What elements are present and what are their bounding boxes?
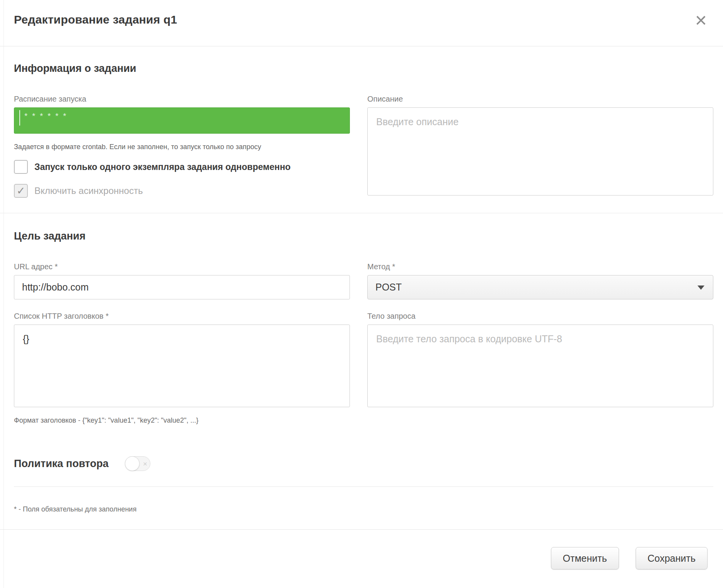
task-target-left-column: URL адрес * Список HTTP заголовков * {} … — [14, 262, 350, 425]
checkmark-icon: ✓ — [17, 186, 26, 196]
edit-task-modal: Редактирование задания q1 × Информация о… — [0, 0, 723, 588]
task-target-grid: URL адрес * Список HTTP заголовков * {} … — [14, 262, 713, 425]
schedule-label: Расписание запуска — [14, 94, 350, 104]
required-fields-note: * - Поля обязательны для заполнения — [0, 487, 723, 530]
body-label: Тело запроса — [367, 311, 713, 321]
description-label: Описание — [367, 94, 713, 104]
body-textarea[interactable] — [367, 325, 713, 407]
url-label: URL адрес * — [14, 262, 350, 272]
task-info-left-column: Расписание запуска Задается в формате cr… — [14, 94, 350, 198]
close-icon[interactable]: × — [695, 12, 707, 28]
toggle-knob — [125, 456, 140, 471]
save-button[interactable]: Сохранить — [636, 547, 708, 569]
retry-policy-section: Политика повтора × — [14, 456, 713, 487]
retry-policy-heading: Политика повтора — [14, 458, 109, 470]
task-info-section: Информация о задании Расписание запуска … — [0, 46, 723, 213]
headers-field-block: Список HTTP заголовков * {} Формат загол… — [14, 311, 350, 425]
modal-footer: Отменить Сохранить — [0, 530, 723, 569]
schedule-help-text: Задается в формате crontab. Если не запо… — [14, 142, 350, 151]
async-label: Включить асинхронность — [34, 185, 143, 196]
modal-title: Редактирование задания q1 — [14, 13, 177, 26]
description-textarea[interactable] — [367, 107, 713, 195]
headers-label: Список HTTP заголовков * — [14, 311, 350, 321]
schedule-field-wrap — [14, 107, 350, 134]
task-target-heading: Цель задания — [14, 230, 713, 242]
url-input[interactable] — [14, 275, 350, 299]
method-selected-value: POST — [375, 282, 402, 293]
headers-textarea[interactable]: {} — [14, 325, 350, 407]
task-target-right-column: Метод * POST Тело запроса — [367, 262, 713, 409]
task-info-right-column: Описание — [367, 94, 713, 197]
method-label: Метод * — [367, 262, 713, 272]
single-instance-label: Запуск только одного экземпляра задания … — [34, 162, 291, 172]
headers-format-help: Формат заголовков - {"key1": "value1", "… — [14, 416, 350, 425]
single-instance-checkbox[interactable] — [14, 160, 28, 174]
body-field-block: Тело запроса — [367, 311, 713, 409]
retry-policy-toggle[interactable]: × — [125, 456, 150, 471]
method-select[interactable]: POST — [367, 275, 713, 299]
modal-header: Редактирование задания q1 × — [0, 0, 723, 46]
task-info-heading: Информация о задании — [14, 63, 713, 75]
task-target-section: Цель задания URL адрес * Список HTTP заг… — [0, 213, 723, 487]
async-checkbox: ✓ — [14, 184, 28, 198]
task-info-grid: Расписание запуска Задается в формате cr… — [14, 94, 713, 198]
chevron-down-icon — [697, 286, 704, 290]
toggle-off-icon: × — [143, 460, 147, 467]
async-checkbox-row: ✓ Включить асинхронность — [14, 184, 350, 198]
schedule-input[interactable] — [14, 107, 350, 134]
cancel-button[interactable]: Отменить — [551, 547, 619, 569]
single-instance-checkbox-row[interactable]: Запуск только одного экземпляра задания … — [14, 160, 350, 174]
